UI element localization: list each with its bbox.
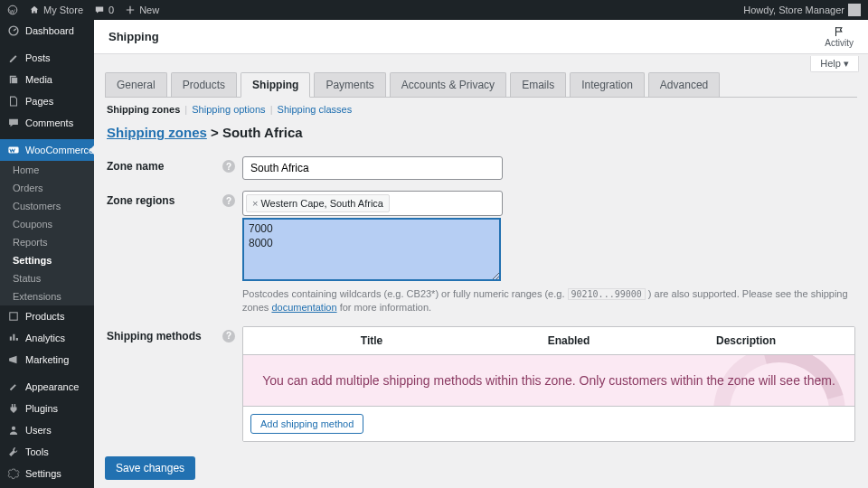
- sidebar-item-label: WooCommerce: [25, 145, 94, 155]
- breadcrumb-root[interactable]: Shipping zones: [107, 125, 207, 140]
- sidebar-item-posts[interactable]: Posts: [0, 47, 94, 69]
- submenu-customers[interactable]: Customers: [0, 197, 94, 215]
- admin-sidebar: Dashboard Posts Media Pages Comments Woo…: [0, 20, 94, 488]
- region-chip: ×Western Cape, South Africa: [246, 194, 390, 212]
- settings-tabs: General Products Shipping Payments Accou…: [105, 72, 857, 98]
- sidebar-item-marketing[interactable]: Marketing: [0, 349, 94, 371]
- main-content: Shipping Activity Help ▾ General Product…: [94, 20, 868, 488]
- sidebar-item-label: Marketing: [25, 354, 69, 365]
- chip-label: Western Cape, South Africa: [260, 198, 383, 209]
- table-header: Title Enabled Description: [243, 327, 854, 355]
- sidebar-item-label: Comments: [25, 117, 73, 128]
- site-name: My Store: [43, 5, 83, 15]
- svg-rect-2: [12, 78, 17, 83]
- col-title: Title: [243, 327, 500, 354]
- help-icon[interactable]: ?: [222, 194, 235, 207]
- postcode-hint: Postcodes containing wildcards (e.g. CB2…: [242, 287, 855, 315]
- zone-name-input[interactable]: [242, 156, 503, 180]
- sidebar-item-label: Settings: [25, 468, 61, 479]
- tab-general[interactable]: General: [105, 72, 167, 97]
- save-changes-button[interactable]: Save changes: [105, 456, 195, 480]
- sidebar-item-appearance[interactable]: Appearance: [0, 376, 94, 398]
- submenu-status[interactable]: Status: [0, 269, 94, 287]
- svg-point-5: [12, 427, 15, 430]
- sidebar-item-users[interactable]: Users: [0, 419, 94, 441]
- breadcrumb: Shipping zones > South Africa: [105, 121, 857, 151]
- avatar: [848, 4, 861, 16]
- col-description: Description: [637, 327, 854, 354]
- subtab-options[interactable]: Shipping options: [192, 104, 265, 115]
- activity-label: Activity: [825, 38, 854, 48]
- sidebar-item-label: Users: [25, 425, 52, 436]
- activity-button[interactable]: Activity: [825, 25, 854, 48]
- submenu-orders[interactable]: Orders: [0, 179, 94, 197]
- sidebar-item-label: Pages: [25, 96, 53, 107]
- comments-link[interactable]: 0: [94, 5, 114, 15]
- tab-emails[interactable]: Emails: [510, 72, 566, 97]
- sidebar-item-label: Appearance: [25, 381, 79, 392]
- sidebar-item-woocommerce[interactable]: WooCommerce: [0, 139, 94, 161]
- subtab-classes[interactable]: Shipping classes: [278, 104, 353, 115]
- woo-submenu: Home Orders Customers Coupons Reports Se…: [0, 161, 94, 305]
- zone-name-label: Zone name: [107, 160, 164, 173]
- wp-logo[interactable]: [7, 5, 18, 15]
- submenu-settings[interactable]: Settings: [0, 251, 94, 269]
- sidebar-item-analytics[interactable]: Analytics: [0, 327, 94, 349]
- tab-products[interactable]: Products: [171, 72, 237, 97]
- help-tab[interactable]: Help ▾: [810, 56, 859, 72]
- sidebar-item-label: Plugins: [25, 403, 58, 414]
- submenu-home[interactable]: Home: [0, 161, 94, 179]
- sidebar-item-label: Analytics: [25, 333, 65, 343]
- documentation-link[interactable]: documentation: [271, 302, 336, 313]
- sidebar-item-label: Posts: [25, 52, 51, 63]
- sidebar-item-comments[interactable]: Comments: [0, 112, 94, 134]
- shipping-methods-label: Shipping methods: [107, 330, 202, 343]
- empty-methods-message: You can add multiple shipping methods wi…: [243, 355, 854, 406]
- site-home-link[interactable]: My Store: [29, 5, 83, 15]
- sidebar-item-label: Dashboard: [25, 25, 74, 36]
- remove-chip-icon[interactable]: ×: [252, 198, 258, 209]
- submenu-reports[interactable]: Reports: [0, 233, 94, 251]
- sidebar-item-label: Tools: [25, 446, 49, 457]
- tab-shipping[interactable]: Shipping: [241, 72, 310, 98]
- sidebar-item-label: Media: [25, 74, 52, 85]
- sidebar-item-products[interactable]: Products: [0, 305, 94, 327]
- sidebar-item-label: Products: [25, 311, 64, 322]
- submenu-coupons[interactable]: Coupons: [0, 215, 94, 233]
- sidebar-item-pages[interactable]: Pages: [0, 90, 94, 112]
- sidebar-item-media[interactable]: Media: [0, 69, 94, 90]
- page-header: Shipping Activity: [94, 20, 868, 54]
- svg-rect-4: [10, 313, 17, 320]
- zone-regions-select[interactable]: ×Western Cape, South Africa: [242, 191, 503, 216]
- help-icon[interactable]: ?: [222, 160, 235, 173]
- shipping-subtabs: Shipping zones | Shipping options | Ship…: [105, 98, 857, 121]
- submenu-extensions[interactable]: Extensions: [0, 287, 94, 305]
- shipping-methods-table: Title Enabled Description You can add mu…: [242, 326, 855, 442]
- new-content-link[interactable]: New: [125, 5, 159, 15]
- help-icon[interactable]: ?: [222, 330, 235, 343]
- sidebar-item-dashboard[interactable]: Dashboard: [0, 20, 94, 42]
- subtab-zones[interactable]: Shipping zones: [107, 104, 180, 115]
- new-label: New: [139, 5, 159, 15]
- tab-payments[interactable]: Payments: [314, 72, 385, 97]
- flag-icon: [833, 25, 845, 38]
- col-enabled: Enabled: [500, 327, 637, 354]
- greeting-text: Howdy, Store Manager: [743, 5, 844, 15]
- admin-bar: My Store 0 New Howdy, Store Manager: [0, 0, 868, 20]
- zone-regions-label: Zone regions: [107, 194, 175, 207]
- account-link[interactable]: Howdy, Store Manager: [743, 4, 861, 16]
- tab-accounts-privacy[interactable]: Accounts & Privacy: [390, 72, 506, 97]
- page-title: Shipping: [108, 30, 159, 43]
- breadcrumb-current: South Africa: [222, 125, 303, 140]
- postcodes-textarea[interactable]: 7000 8000: [242, 218, 501, 281]
- sidebar-item-plugins[interactable]: Plugins: [0, 398, 94, 419]
- tab-integration[interactable]: Integration: [570, 72, 645, 97]
- comments-count: 0: [108, 5, 114, 15]
- add-shipping-method-button[interactable]: Add shipping method: [250, 414, 363, 434]
- tab-advanced[interactable]: Advanced: [648, 72, 720, 97]
- sidebar-item-settings[interactable]: Settings: [0, 463, 94, 484]
- sidebar-item-tools[interactable]: Tools: [0, 441, 94, 463]
